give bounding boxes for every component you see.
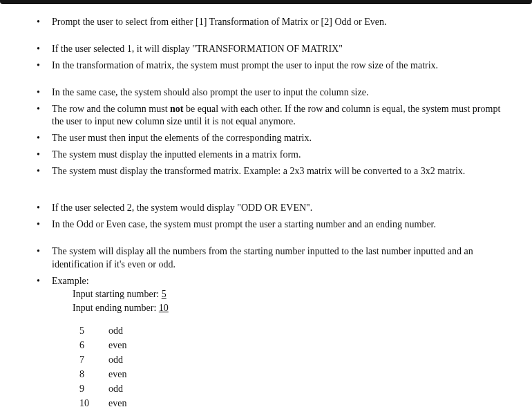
list-item: If the user selected 2, the system would… [31,202,504,215]
input-value: 5 [162,289,167,299]
window-top-bar [0,0,532,4]
list-item: The row and the column must not be equal… [31,103,504,129]
bullet-text: The system must display the inputted ele… [52,149,301,160]
document-page: Prompt the user to select from either [1… [0,0,532,416]
table-number: 5 [79,323,108,338]
list-item: In the transformation of matrix, the sys… [31,59,504,73]
bullet-text-bold: not [170,104,183,114]
example-input-line: Input ending number: 10 [73,301,504,315]
bullet-text-part: The row and the column must [52,104,170,114]
table-row: 7 odd [79,352,504,367]
table-number: 8 [79,367,108,381]
list-item: Example: Input starting number: 5 Input … [31,275,504,315]
bullet-text: In the transformation of matrix, the sys… [52,60,438,70]
table-number: 6 [79,338,108,352]
table-number: 10 [79,396,108,410]
specification-list: Prompt the user to select from either [1… [31,16,504,315]
list-item: The system must display the transformed … [31,165,504,178]
example-input-line: Input starting number: 5 [73,287,504,301]
table-row: 8 even [79,367,504,381]
list-item: Prompt the user to select from either [1… [31,16,504,29]
list-item: The user must then input the elements of… [31,132,504,145]
bullet-text: Example: [52,276,89,286]
bullet-text: In the same case, the system should also… [52,87,368,97]
bullet-text: The system will display all the numbers … [52,246,473,270]
bullet-text: If the user selected 1, it will display … [52,44,343,54]
table-parity: even [108,396,150,410]
table-number: 9 [79,381,108,396]
bullet-text: In the Odd or Even case, the system must… [52,219,436,229]
table-row: 9 odd [79,381,504,396]
list-item: The system must display the inputted ele… [31,149,504,162]
table-parity: odd [108,352,150,367]
list-item: The system will display all the numbers … [31,245,504,272]
table-number: 7 [79,352,108,367]
list-item: If the user selected 1, it will display … [31,43,504,56]
odd-even-table: 5 odd 6 even 7 odd 8 even 9 odd 10 even [31,323,504,410]
input-value: 10 [159,303,169,313]
bullet-text: The user must then input the elements of… [52,133,312,143]
bullet-text: The system must display the transformed … [52,166,465,176]
table-row: 10 even [79,396,504,410]
bullet-text: Prompt the user to select from either [1… [52,17,386,27]
table-parity: odd [108,323,150,338]
input-label: Input ending number: [73,303,159,313]
table-row: 5 odd [79,323,504,338]
list-item: In the same case, the system should also… [31,86,504,100]
table-row: 6 even [79,338,504,352]
table-parity: even [108,367,150,381]
table-parity: odd [108,381,150,396]
input-label: Input starting number: [73,289,162,299]
list-item: In the Odd or Even case, the system must… [31,218,504,231]
table-parity: even [108,338,150,352]
bullet-text: If the user selected 2, the system would… [52,202,312,213]
